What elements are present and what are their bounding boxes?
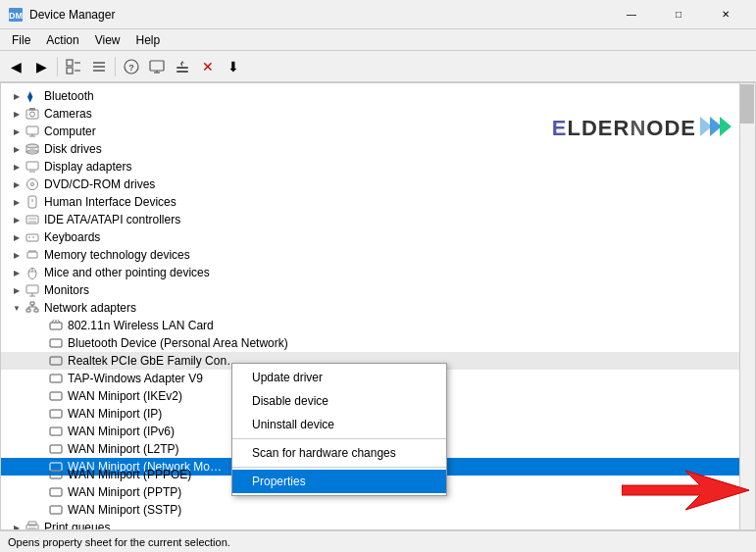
ctx-sep-2 (232, 467, 446, 468)
tree-item-wanpppoe[interactable]: ▶ WAN Miniport (PPPOE) (1, 466, 236, 483)
svg-marker-73 (622, 471, 749, 510)
tree-item-displayadapters[interactable]: ▶ Display adapters (1, 158, 755, 176)
toolbar: ◀ ▶ ? (0, 51, 756, 82)
menu-help[interactable]: Help (128, 31, 169, 49)
toolbar-sep-1 (57, 57, 58, 76)
hid-icon (25, 194, 40, 210)
tree-item-wanpptp[interactable]: ▶ WAN Miniport (PPTP) (1, 483, 236, 501)
maximize-button[interactable]: □ (656, 0, 701, 29)
tree-label-ideata: IDE ATA/ATAPI controllers (44, 213, 180, 226)
tree-item-mice[interactable]: ▶ Mice and other pointing devices (1, 264, 755, 281)
device-icon-wanike (48, 388, 64, 404)
tree-item-hid[interactable]: ▶ Human Interface Devices (1, 193, 755, 211)
ctx-disable-device[interactable]: Disable device (232, 389, 446, 413)
scrollbar-track[interactable] (739, 83, 755, 529)
window-title: Device Manager (29, 8, 609, 22)
tree-label-btpan: Bluetooth Device (Personal Area Network) (68, 336, 288, 350)
ctx-properties[interactable]: Properties (232, 470, 446, 493)
ctx-uninstall-device[interactable]: Uninstall device (232, 413, 446, 436)
tree-toggle-memtech[interactable]: ▶ (9, 247, 25, 263)
toolbar-help[interactable]: ? (120, 55, 143, 78)
memory-icon (25, 247, 40, 263)
svg-rect-69 (50, 427, 62, 435)
tree-toggle-keyboards[interactable]: ▶ (9, 229, 25, 245)
toolbar-delete[interactable]: ✕ (196, 55, 220, 78)
device-icon-wanpptp (48, 484, 64, 500)
tree-toggle-dvdcdrom[interactable]: ▶ (9, 176, 25, 192)
minimize-button[interactable]: — (609, 0, 654, 29)
mouse-icon (25, 265, 40, 280)
tree-toggle-monitors[interactable]: ▶ (9, 282, 25, 298)
svg-point-28 (26, 144, 38, 148)
window-controls: — □ ✕ (609, 0, 748, 29)
tree-toggle-hid[interactable]: ▶ (9, 194, 25, 210)
device-icon-80211 (48, 318, 64, 333)
tree-toggle-diskdrives[interactable]: ▶ (9, 141, 25, 157)
svg-rect-74 (50, 471, 62, 478)
tree-label-printqueues: Print queues (44, 521, 110, 529)
svg-text:DM: DM (9, 11, 23, 21)
close-button[interactable]: ✕ (703, 0, 748, 29)
svg-rect-55 (34, 309, 38, 312)
svg-marker-17 (720, 117, 731, 136)
svg-rect-54 (26, 309, 30, 312)
tree-toggle-printqueues[interactable]: ▶ (9, 520, 25, 529)
svg-rect-53 (30, 302, 34, 305)
svg-rect-42 (27, 252, 37, 258)
toolbar-expand[interactable] (62, 55, 85, 78)
toolbar-monitor[interactable] (145, 55, 169, 78)
menu-action[interactable]: Action (38, 31, 86, 49)
device-icon-wanpppoe (48, 467, 64, 482)
svg-rect-60 (50, 323, 62, 329)
menu-view[interactable]: View (87, 31, 128, 49)
toolbar-back[interactable]: ◀ (4, 55, 27, 78)
tree-item-80211[interactable]: ▶ 802.11n Wireless LAN Card (1, 317, 755, 334)
tree-item-networkadapters[interactable]: ▼ Network adapters (1, 299, 755, 317)
tree-label-tapwindows: TAP-Windows Adapter V9 (68, 372, 203, 385)
tree-toggle-ideata[interactable]: ▶ (9, 212, 25, 227)
tree-item-dvdcdrom[interactable]: ▶ DVD/CD-ROM drives (1, 176, 755, 193)
svg-rect-23 (26, 126, 38, 134)
tree-item-memtech[interactable]: ▶ Memory technology devices (1, 246, 755, 264)
tree-toggle-networkadapters[interactable]: ▼ (9, 300, 25, 316)
tree-item-keyboards[interactable]: ▶ Keyboards (1, 228, 755, 246)
tree-toggle-mice[interactable]: ▶ (9, 265, 25, 280)
tree-item-ideata[interactable]: ▶ IDE ATA/ATAPI controllers (1, 211, 755, 228)
scrollbar-thumb[interactable] (740, 84, 754, 124)
title-bar: DM Device Manager — □ ✕ (0, 0, 756, 29)
disk-icon (25, 141, 40, 157)
computer-icon (25, 124, 40, 139)
tree-label-wanike: WAN Miniport (IKEv2) (68, 389, 182, 403)
tree-toggle-displayadapters[interactable]: ▶ (9, 159, 25, 175)
network-icon (25, 300, 40, 316)
status-bar: Opens property sheet for the current sel… (0, 530, 756, 552)
tree-item-bluetooth[interactable]: ▶ ⧫ Bluetooth (1, 87, 755, 105)
svg-rect-11 (150, 61, 164, 71)
tree-label-networkadapters: Network adapters (44, 301, 136, 315)
tree-toggle-cameras[interactable]: ▶ (9, 106, 25, 122)
toolbar-forward[interactable]: ▶ (29, 55, 53, 78)
toolbar-download[interactable]: ⬇ (222, 55, 245, 78)
tree-toggle-bluetooth[interactable]: ▶ (9, 88, 25, 104)
ctx-scan-hardware[interactable]: Scan for hardware changes (232, 441, 446, 465)
toolbar-sep-2 (115, 57, 116, 76)
tree-item-printqueues[interactable]: ▶ Print queues (1, 519, 236, 529)
tree-toggle-computer[interactable]: ▶ (9, 124, 25, 139)
ide-icon (25, 212, 40, 227)
toolbar-collapse[interactable] (87, 55, 111, 78)
menu-file[interactable]: File (4, 31, 38, 49)
ctx-update-driver[interactable]: Update driver (232, 366, 446, 389)
logo-icon (700, 113, 735, 143)
monitor-icon (25, 282, 40, 298)
tree-item-monitors[interactable]: ▶ Monitors (1, 281, 755, 299)
svg-rect-20 (26, 110, 38, 119)
tree-label-displayadapters: Display adapters (44, 160, 131, 174)
toolbar-scan[interactable] (171, 55, 194, 78)
svg-rect-35 (26, 216, 38, 224)
tree-label-80211: 802.11n Wireless LAN Card (68, 319, 214, 332)
svg-point-21 (30, 112, 35, 117)
tree-item-btpan[interactable]: ▶ Bluetooth Device (Personal Area Networ… (1, 334, 755, 352)
tree-item-wansstp[interactable]: ▶ WAN Miniport (SSTP) (1, 501, 236, 519)
svg-rect-79 (28, 528, 36, 529)
svg-rect-76 (50, 506, 62, 514)
